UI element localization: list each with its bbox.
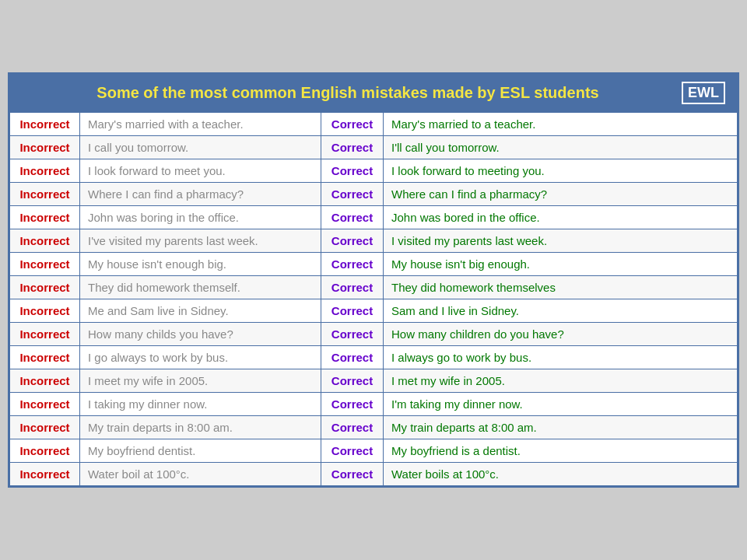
incorrect-label: Incorrect xyxy=(10,136,80,159)
table-row: Incorrect I taking my dinner now. Correc… xyxy=(10,393,738,416)
main-card: Some of the most common English mistakes… xyxy=(8,72,739,488)
correct-text: I always go to work by bus. xyxy=(384,346,738,369)
incorrect-label: Incorrect xyxy=(10,369,80,393)
incorrect-label: Incorrect xyxy=(10,416,80,439)
incorrect-label: Incorrect xyxy=(10,253,80,276)
correct-label: Correct xyxy=(321,183,384,206)
incorrect-text: My train departs in 8:00 am. xyxy=(80,416,321,439)
correct-label: Correct xyxy=(321,136,384,159)
correct-text: My boyfriend is a dentist. xyxy=(384,439,738,463)
correct-label: Correct xyxy=(321,276,384,299)
table-row: Incorrect I call you tomorrow. Correct I… xyxy=(10,136,738,159)
table-row: Incorrect John was boring in the office.… xyxy=(10,206,738,229)
correct-label: Correct xyxy=(321,253,384,276)
correct-text: How many children do you have? xyxy=(384,323,738,346)
mistakes-table: Incorrect Mary's married with a teacher.… xyxy=(9,112,738,486)
incorrect-label: Incorrect xyxy=(10,206,80,229)
incorrect-label: Incorrect xyxy=(10,183,80,206)
table-row: Incorrect Water boil at 100°c. Correct W… xyxy=(10,463,738,486)
incorrect-label: Incorrect xyxy=(10,113,80,136)
correct-label: Correct xyxy=(321,323,384,346)
incorrect-label: Incorrect xyxy=(10,276,80,299)
correct-label: Correct xyxy=(321,206,384,229)
table-row: Incorrect I look forward to meet you. Co… xyxy=(10,159,738,183)
correct-text: My house isn't big enough. xyxy=(384,253,738,276)
incorrect-text: Water boil at 100°c. xyxy=(80,463,321,486)
table-row: Incorrect I go always to work by bus. Co… xyxy=(10,346,738,369)
correct-text: Mary's married to a teacher. xyxy=(384,113,738,136)
incorrect-text: I taking my dinner now. xyxy=(80,393,321,416)
correct-label: Correct xyxy=(321,346,384,369)
incorrect-label: Incorrect xyxy=(10,323,80,346)
correct-text: John was bored in the office. xyxy=(384,206,738,229)
incorrect-text: I've visited my parents last week. xyxy=(80,229,321,253)
incorrect-text: My house isn't enough big. xyxy=(80,253,321,276)
incorrect-text: John was boring in the office. xyxy=(80,206,321,229)
correct-text: Where can I find a pharmacy? xyxy=(384,183,738,206)
table-row: Incorrect I've visited my parents last w… xyxy=(10,229,738,253)
correct-text: Water boils at 100°c. xyxy=(384,463,738,486)
incorrect-label: Incorrect xyxy=(10,393,80,416)
table-row: Incorrect My train departs in 8:00 am. C… xyxy=(10,416,738,439)
table-row: Incorrect Mary's married with a teacher.… xyxy=(10,113,738,136)
incorrect-text: I meet my wife in 2005. xyxy=(80,369,321,393)
incorrect-text: I call you tomorrow. xyxy=(80,136,321,159)
incorrect-text: Mary's married with a teacher. xyxy=(80,113,321,136)
incorrect-text: Me and Sam live in Sidney. xyxy=(80,299,321,323)
incorrect-text: I look forward to meet you. xyxy=(80,159,321,183)
correct-text: My train departs at 8:00 am. xyxy=(384,416,738,439)
correct-text: I visited my parents last week. xyxy=(384,229,738,253)
header: Some of the most common English mistakes… xyxy=(9,74,738,112)
header-logo: EWL xyxy=(682,82,725,104)
table-row: Incorrect They did homework themself. Co… xyxy=(10,276,738,299)
correct-label: Correct xyxy=(321,229,384,253)
correct-text: I met my wife in 2005. xyxy=(384,369,738,393)
correct-label: Correct xyxy=(321,463,384,486)
incorrect-text: My boyfriend dentist. xyxy=(80,439,321,463)
table-row: Incorrect How many childs you have? Corr… xyxy=(10,323,738,346)
incorrect-label: Incorrect xyxy=(10,229,80,253)
incorrect-label: Incorrect xyxy=(10,299,80,323)
incorrect-label: Incorrect xyxy=(10,159,80,183)
correct-text: They did homework themselves xyxy=(384,276,738,299)
table-row: Incorrect Me and Sam live in Sidney. Cor… xyxy=(10,299,738,323)
correct-text: I look forward to meeting you. xyxy=(384,159,738,183)
correct-label: Correct xyxy=(321,439,384,463)
incorrect-text: They did homework themself. xyxy=(80,276,321,299)
correct-label: Correct xyxy=(321,416,384,439)
incorrect-text: How many childs you have? xyxy=(80,323,321,346)
correct-label: Correct xyxy=(321,369,384,393)
correct-text: I'll call you tomorrow. xyxy=(384,136,738,159)
incorrect-text: Where I can find a pharmacy? xyxy=(80,183,321,206)
header-title: Some of the most common English mistakes… xyxy=(22,84,674,102)
incorrect-text: I go always to work by bus. xyxy=(80,346,321,369)
correct-label: Correct xyxy=(321,299,384,323)
table-row: Incorrect Where I can find a pharmacy? C… xyxy=(10,183,738,206)
correct-label: Correct xyxy=(321,393,384,416)
table-row: Incorrect My house isn't enough big. Cor… xyxy=(10,253,738,276)
table-row: Incorrect My boyfriend dentist. Correct … xyxy=(10,439,738,463)
correct-label: Correct xyxy=(321,159,384,183)
table-row: Incorrect I meet my wife in 2005. Correc… xyxy=(10,369,738,393)
correct-text: I'm taking my dinner now. xyxy=(384,393,738,416)
correct-text: Sam and I live in Sidney. xyxy=(384,299,738,323)
incorrect-label: Incorrect xyxy=(10,346,80,369)
correct-label: Correct xyxy=(321,113,384,136)
incorrect-label: Incorrect xyxy=(10,463,80,486)
incorrect-label: Incorrect xyxy=(10,439,80,463)
